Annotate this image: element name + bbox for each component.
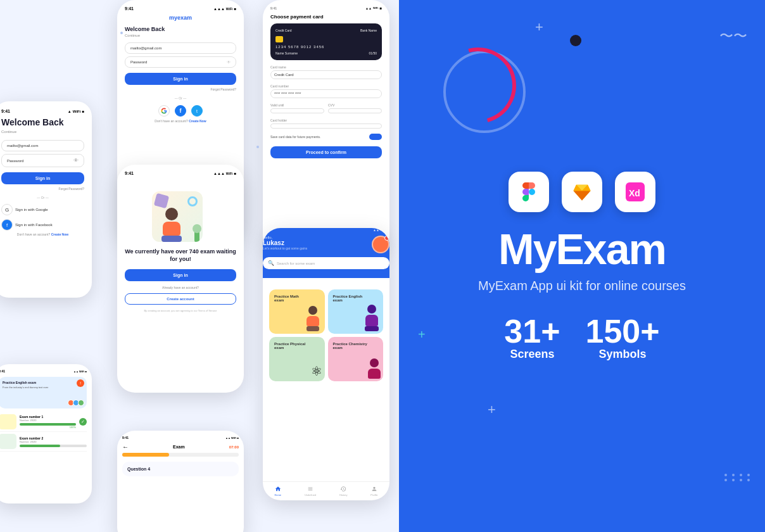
continue-label: Continue [1,130,84,134]
facebook-icon[interactable]: f [175,105,186,117]
signin-button-large[interactable]: Sign in [1,172,84,184]
phone-home: 9:41 ▲▲WiFi■ Hello, Lukasz Let's workout… [263,228,389,500]
create-now-link-signin[interactable]: Create Now [189,119,206,123]
twitter-icon[interactable]: t [191,105,203,117]
phone-exam-small: 9:41 ▲▲ WiFi ■ Practice English exam Fro… [0,364,92,504]
exam-item-sub-2: Number: 20/20 [20,440,87,443]
svg-text:Xd: Xd [629,188,640,198]
valid-label: Valid until [270,103,324,107]
left-panel: 9:41 ▲WiFi■ Welcome Back Continue mailto… [0,0,399,532]
exam-grid: Practice Mathexam Practice Englishexam [263,286,389,385]
exam-english-title: Practice Englishexam [333,294,379,302]
question-label: Question 4 [127,467,234,471]
save-card-toggle[interactable] [369,134,382,140]
exam-thumb-1 [0,414,16,429]
deco-plus-2: + [488,402,496,418]
card-number-input[interactable]: **** **** **** **** [270,89,382,98]
tool-icons-row: Xd [509,172,655,212]
exam-item-1: Exam number 1 Number: 20/20 100% ✓ [0,412,87,432]
home-header: 9:41 ▲▲WiFi■ Hello, Lukasz Let's workout… [263,228,389,278]
payment-status-icons: ▲▲WiFi■ [365,6,382,10]
status-bar-payment: 9:41 ▲▲WiFi■ [270,6,382,10]
phone-login-large: 9:41 ▲WiFi■ Welcome Back Continue mailto… [0,101,92,298]
exam-item-2: Exam number 2 Number: 20/20 [0,432,87,452]
xd-icon-wrap: Xd [615,172,655,212]
status-time-signin: 9:41 [125,6,134,11]
signal-exam-small: ▲▲ WiFi ■ [73,370,87,373]
exam-item-sub-1: Number: 20/20 [20,419,76,422]
password-input-large[interactable]: Password 👁 [1,154,84,167]
stats-row: 31+ Screens 150+ Symbols [504,315,659,361]
or-divider-signin: — Or — [125,96,236,100]
already-account-text: Already have an account? [162,286,199,289]
nav-history[interactable]: History [339,486,347,497]
google-icon[interactable] [158,105,170,117]
signin-btn-welcome[interactable]: Sign in [125,269,236,281]
progress-bar-2 [20,445,87,447]
exam-card-math[interactable]: Practice Mathexam [269,289,325,334]
exam-card-english[interactable]: Practice Englishexam [328,289,384,334]
signal-exam-q: ▲▲ WiFi ■ [225,436,239,440]
progress-text-1: 100% [20,426,76,429]
exam-item-info-1: Exam number 1 Number: 20/20 100% [20,415,76,429]
signal-icons-signin: ▲▲▲WiFi■ [213,7,236,11]
facebook-signin-large[interactable]: f Sign in with Facebook [1,219,84,231]
welcome-title-signin: Welcome Back [125,26,236,32]
forgot-password-large[interactable]: Forgot Password? [1,187,84,191]
deco-wave: 〜〜 [719,27,747,46]
nav-undefined[interactable]: Undefined [305,486,316,497]
welcome-illustration [146,182,215,242]
exam-chemistry-title: Practice Chemistryexam [333,342,379,350]
cvv-input[interactable] [328,108,382,113]
create-account-btn[interactable]: Create account [125,293,236,305]
back-btn[interactable]: ← [122,443,129,450]
exam-progress-bar [122,453,239,457]
status-bar-exam-q: 9:41 ▲▲ WiFi ■ [122,436,239,440]
payment-title: Choose payment card [270,14,382,20]
status-bar-exam-small: 9:41 ▲▲ WiFi ■ [0,369,87,373]
or-divider-large: — Or — [1,196,84,200]
screens-stat: 31+ Screens [504,315,560,361]
card-number-display: 1234 5678 9012 3456 [275,45,377,49]
check-icon-1: ✓ [79,418,87,426]
search-icon: 🔍 [268,260,274,266]
logo-text-signin: myexam [125,15,236,21]
signin-btn-signin[interactable]: Sign in [125,73,236,85]
right-panel: + + 〜〜 + [399,0,765,532]
email-field-signin[interactable]: mailto@gmail.com [125,42,236,54]
password-field-signin[interactable]: Password 👁 [125,56,236,68]
email-input-large[interactable]: mailto@gmail.com [1,140,84,151]
valid-input[interactable] [270,108,324,113]
card-name-row: Card name Credit Card [270,65,382,82]
symbols-label: Symbols [586,348,660,361]
forgot-password-signin[interactable]: Forgot Password? [125,87,236,91]
sketch-icon-wrap [562,172,602,212]
continue-text-signin: Continue [125,34,236,37]
cvv-label: CVV [328,103,382,107]
phone-exam-question: 9:41 ▲▲ WiFi ■ ← Exam 07:00 Question 4 [117,431,244,532]
exam-card-physical[interactable]: Practice Physicalexam ⚛ [269,337,325,381]
status-time: 9:41 [1,109,10,113]
status-time-exam-q: 9:41 [122,436,129,440]
google-signin-large[interactable]: G Sign in with Google [1,204,84,215]
search-bar[interactable]: 🔍 Search for some exam [263,257,389,269]
save-card-label: Save card data for future payments. [270,135,321,139]
save-card-row: Save card data for future payments. [270,134,382,140]
nav-home[interactable]: Home [274,486,281,497]
card-expiry: 01/50 [369,51,377,55]
status-time-exam-small: 9:41 [0,369,5,373]
phone-payment: 9:41 ▲▲WiFi■ Choose payment card Credit … [263,0,389,253]
figma-icon-wrap [509,172,549,212]
exam-thumb-2 [0,434,16,449]
card-holder-row: Card holder [270,118,382,131]
card-name-input[interactable]: Credit Card [270,70,382,79]
card-type-label: Credit Card [275,28,292,32]
proceed-btn[interactable]: Proceed to confirm [270,146,382,158]
symbols-number: 150+ [586,315,660,348]
hello-text: Hello, [263,236,307,239]
nav-profile[interactable]: Profile [370,486,377,497]
chemistry-figure [368,358,381,379]
exam-card-chemistry[interactable]: Practice Chemistryexam [328,337,384,381]
card-holder-input[interactable] [270,124,382,129]
social-icons-group: f t [125,105,236,117]
